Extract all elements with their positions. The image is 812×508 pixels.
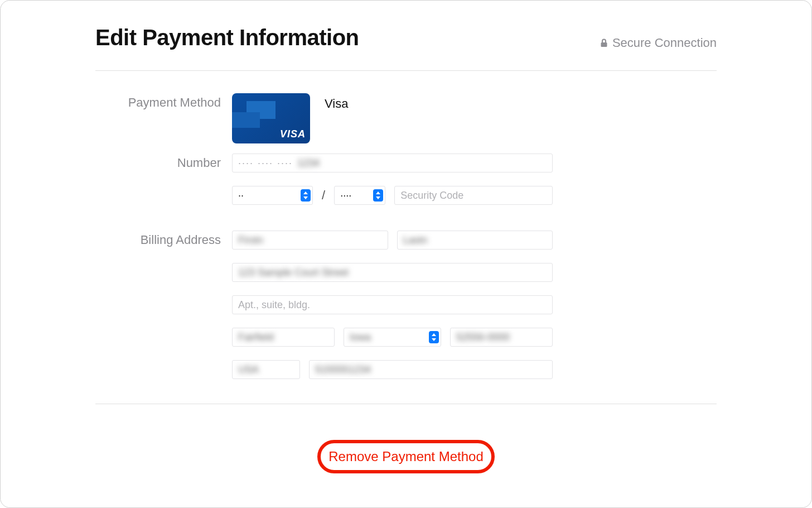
select-stepper-icon: [373, 189, 383, 202]
remove-payment-wrap: Remove Payment Method: [95, 440, 717, 473]
billing-apt-input[interactable]: Apt., suite, bldg.: [232, 295, 553, 314]
card-brand-name: Visa: [325, 93, 348, 111]
payment-method-label: Payment Method: [95, 93, 232, 110]
billing-address-row: Billing Address Firstn Lastn 123 Sample …: [95, 231, 717, 379]
billing-first-name-input[interactable]: Firstn: [232, 231, 388, 250]
exp-year-value: ····: [340, 190, 351, 202]
security-code-input[interactable]: Security Code: [394, 186, 553, 205]
security-code-placeholder: Security Code: [400, 190, 463, 202]
card-number-label: Number: [95, 154, 232, 170]
card-brand-logo-text: VISA: [280, 128, 306, 140]
billing-state-select[interactable]: Iowa: [344, 328, 441, 347]
billing-zip-input[interactable]: 52556-0000: [450, 328, 553, 347]
card-number-input[interactable]: ···· ···· ···· 1234: [232, 154, 553, 172]
svg-rect-0: [601, 42, 607, 47]
exp-year-select[interactable]: ····: [334, 186, 385, 205]
billing-country-input[interactable]: USA: [232, 360, 300, 379]
card-brand-graphic: VISA: [232, 93, 310, 143]
billing-address-label: Billing Address: [95, 231, 232, 247]
exp-month-value: ··: [238, 190, 244, 202]
billing-street-input[interactable]: 123 Sample Court Street: [232, 263, 553, 282]
page-title: Edit Payment Information: [95, 25, 359, 50]
exp-separator: /: [322, 188, 325, 203]
footer-divider: [95, 404, 717, 404]
billing-apt-placeholder: Apt., suite, bldg.: [238, 299, 310, 311]
select-stepper-icon: [429, 331, 439, 343]
card-number-last4: 1234: [297, 157, 320, 169]
lock-icon: [600, 39, 608, 47]
payment-method-row: Payment Method VISA Visa: [95, 93, 717, 143]
card-number-mask: ···· ···· ····: [238, 157, 293, 169]
header: Edit Payment Information Secure Connecti…: [95, 25, 717, 71]
secure-connection-label: Secure Connection: [612, 36, 717, 50]
select-stepper-icon: [301, 189, 311, 202]
edit-payment-window: Edit Payment Information Secure Connecti…: [0, 0, 812, 508]
content-area: Edit Payment Information Secure Connecti…: [1, 1, 811, 473]
billing-last-name-input[interactable]: Lastn: [397, 231, 553, 250]
exp-month-select[interactable]: ··: [232, 186, 313, 205]
billing-city-input[interactable]: Fairfield: [232, 328, 335, 347]
remove-payment-method-button[interactable]: Remove Payment Method: [317, 440, 494, 473]
card-number-row: Number ···· ···· ···· 1234 ·· /: [95, 154, 717, 205]
secure-connection-indicator: Secure Connection: [600, 36, 717, 50]
billing-phone-input[interactable]: 5155551234: [309, 360, 553, 379]
